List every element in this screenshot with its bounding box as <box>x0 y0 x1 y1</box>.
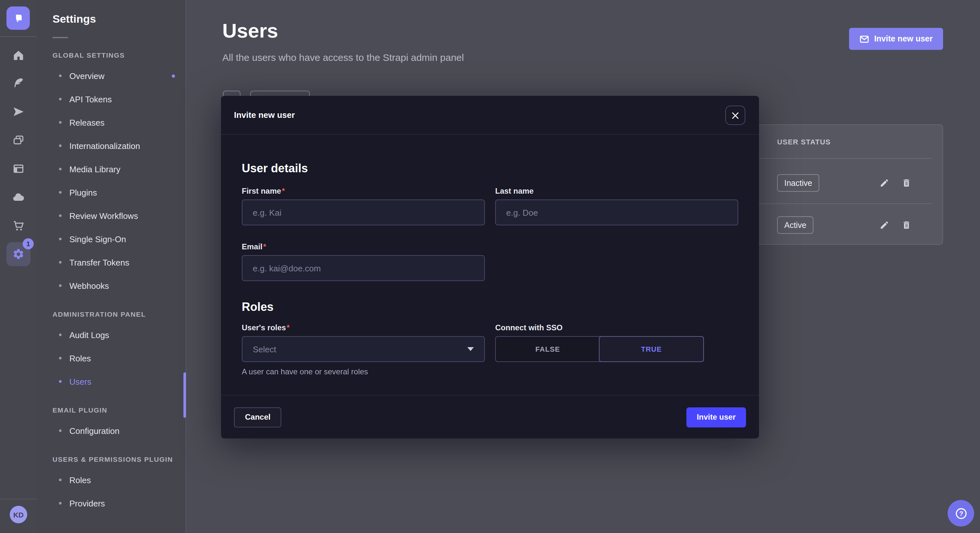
user-roles-label: User's roles* <box>242 323 485 332</box>
email-field[interactable] <box>242 255 485 281</box>
rail-bottom-divider <box>0 499 37 499</box>
section-label: GLOBAL SETTINGS <box>52 51 185 59</box>
sso-label: Connect with SSO <box>495 323 738 332</box>
section-label: ADMINISTRATION PANEL <box>52 310 185 318</box>
bullet-icon <box>59 261 62 263</box>
section-administration-panel: ADMINISTRATION PANEL Audit Logs Roles Us… <box>37 310 185 393</box>
select-value: Select <box>253 344 276 354</box>
first-name-group: First name* <box>242 187 485 225</box>
content-type-builder-send-icon[interactable] <box>6 100 30 124</box>
envelope-icon <box>859 34 869 44</box>
notification-dot <box>172 74 175 78</box>
section-users-permissions-plugin: USERS & PERMISSIONS PLUGIN Roles Provide… <box>37 455 185 515</box>
first-name-field[interactable] <box>242 200 485 225</box>
sidebar-item-audit-logs[interactable]: Audit Logs <box>37 323 185 346</box>
sso-toggle: FALSE TRUE <box>495 336 704 362</box>
sidebar-item-configuration[interactable]: Configuration <box>37 419 185 443</box>
invite-user-submit-button[interactable]: Invite user <box>686 407 746 427</box>
last-name-group: Last name <box>495 187 738 225</box>
required-asterisk: * <box>286 323 290 332</box>
content-manager-feather-icon[interactable] <box>6 71 30 95</box>
required-asterisk: * <box>282 187 285 195</box>
edit-pencil-icon[interactable] <box>880 220 889 230</box>
bullet-icon <box>59 75 62 77</box>
invite-new-user-modal: Invite new user User details First name*… <box>221 96 759 438</box>
sidebar-item-up-roles[interactable]: Roles <box>37 468 185 492</box>
sidebar-item-api-tokens[interactable]: API Tokens <box>37 87 185 111</box>
marketplace-cart-icon[interactable] <box>6 214 30 238</box>
sidebar-item-transfer-tokens[interactable]: Transfer Tokens <box>37 251 185 274</box>
first-name-label: First name* <box>242 187 485 195</box>
settings-gear-icon[interactable]: 1 <box>6 242 30 266</box>
bullet-icon <box>59 429 62 432</box>
user-details-heading: User details <box>242 162 738 176</box>
bullet-icon <box>59 144 62 147</box>
bullet-icon <box>59 502 62 504</box>
modal-header: Invite new user <box>221 96 759 135</box>
name-fields-row: First name* Last name <box>242 187 738 225</box>
sso-group: Connect with SSO FALSE TRUE <box>495 323 738 376</box>
section-label: EMAIL PLUGIN <box>52 406 185 414</box>
subnav-title: Settings <box>52 13 185 26</box>
strapi-logo[interactable] <box>6 6 30 30</box>
modal-title: Invite new user <box>234 110 295 120</box>
delete-trash-icon[interactable] <box>902 220 911 230</box>
sidebar-item-releases[interactable]: Releases <box>37 111 185 134</box>
bullet-icon <box>59 214 62 217</box>
question-circle-icon: ? <box>955 507 967 520</box>
email-label: Email* <box>242 242 485 251</box>
delete-trash-icon[interactable] <box>902 178 911 188</box>
bullet-icon <box>59 380 62 383</box>
user-roles-select[interactable]: Select <box>242 336 485 362</box>
sidebar-item-internationalization[interactable]: Internationalization <box>37 134 185 157</box>
svg-text:?: ? <box>959 510 963 517</box>
roles-row: User's roles* Select A user can have one… <box>242 323 738 376</box>
sidebar-item-webhooks[interactable]: Webhooks <box>37 274 185 297</box>
email-row: Email* <box>242 242 738 281</box>
sidebar-item-review-workflows[interactable]: Review Workflows <box>37 204 185 227</box>
status-badge: Inactive <box>777 174 819 192</box>
close-icon[interactable] <box>725 106 745 125</box>
bullet-icon <box>59 479 62 481</box>
bullet-icon <box>59 333 62 336</box>
sidebar-item-single-sign-on[interactable]: Single Sign-On <box>37 227 185 251</box>
help-button[interactable]: ? <box>948 500 974 527</box>
page-subtitle: All the users who have access to the Str… <box>222 52 464 63</box>
edit-pencil-icon[interactable] <box>880 178 889 188</box>
invite-new-user-button[interactable]: Invite new user <box>849 28 943 50</box>
bullet-icon <box>59 168 62 170</box>
media-library-images-icon[interactable] <box>6 128 30 152</box>
home-icon[interactable] <box>6 43 30 67</box>
strapi-logo-glyph <box>12 12 25 25</box>
modal-footer: Cancel Invite user <box>221 395 759 438</box>
subnav-scrollbar-thumb[interactable] <box>183 373 186 418</box>
bullet-icon <box>59 98 62 100</box>
section-global-settings: GLOBAL SETTINGS Overview API Tokens Rele… <box>37 51 185 297</box>
sidebar-item-providers[interactable]: Providers <box>37 492 185 515</box>
sidebar-item-media-library[interactable]: Media Library <box>37 157 185 181</box>
bullet-icon <box>59 357 62 359</box>
sidebar-item-plugins[interactable]: Plugins <box>37 181 185 204</box>
sidebar-item-admin-roles[interactable]: Roles <box>37 346 185 370</box>
sso-option-true[interactable]: TRUE <box>599 336 704 362</box>
section-email-plugin: EMAIL PLUGIN Configuration <box>37 406 185 443</box>
user-roles-group: User's roles* Select A user can have one… <box>242 323 485 376</box>
email-group: Email* <box>242 242 485 281</box>
section-label: USERS & PERMISSIONS PLUGIN <box>52 455 185 463</box>
sso-option-false[interactable]: FALSE <box>496 337 600 362</box>
required-asterisk: * <box>263 242 266 251</box>
settings-subnav: Settings GLOBAL SETTINGS Overview API To… <box>37 0 186 533</box>
subnav-title-divider <box>52 37 68 38</box>
roles-hint: A user can have one or several roles <box>242 367 485 376</box>
sidebar-item-users[interactable]: Users <box>37 370 185 393</box>
cloud-icon[interactable] <box>6 185 30 209</box>
layout-window-icon[interactable] <box>6 157 30 181</box>
page-title: Users <box>222 19 278 43</box>
last-name-field[interactable] <box>495 200 738 225</box>
chevron-down-icon <box>467 347 474 351</box>
cancel-button[interactable]: Cancel <box>234 407 282 427</box>
sidebar-item-overview[interactable]: Overview <box>37 64 185 87</box>
bullet-icon <box>59 121 62 124</box>
user-avatar[interactable]: KD <box>10 506 27 523</box>
bullet-icon <box>59 284 62 287</box>
